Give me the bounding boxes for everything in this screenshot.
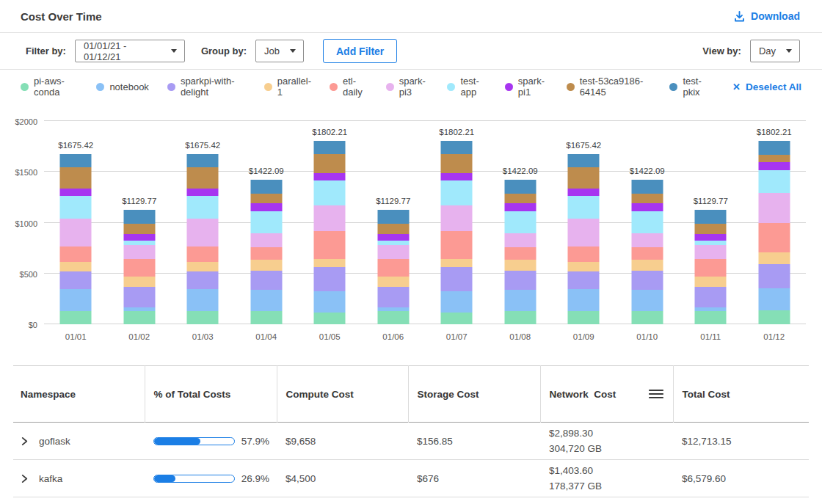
legend-item-etl-daily[interactable]: etl-daily <box>330 76 368 98</box>
bar-segment-spark-pi3[interactable] <box>441 205 473 232</box>
bar-segment-etl-daily[interactable] <box>377 259 409 277</box>
bar-segment-etl-daily[interactable] <box>123 259 155 277</box>
bar-segment-test-pkix[interactable] <box>631 180 663 194</box>
col-header-compute[interactable]: Compute Cost <box>277 366 408 423</box>
bar-segment-test-app[interactable] <box>60 196 92 219</box>
bar-segment-spark-pi1[interactable] <box>441 173 473 180</box>
bar-segment-sparkpi-with-delight[interactable] <box>695 287 727 307</box>
legend-item-test-app[interactable]: test-app <box>447 76 486 98</box>
bar-segment-sparkpi-with-delight[interactable] <box>631 271 663 290</box>
bar-segment-test-pkix[interactable] <box>568 154 600 167</box>
menu-icon[interactable] <box>648 388 664 400</box>
stacked-bar-01/11[interactable] <box>695 210 727 324</box>
bar-segment-etl-daily[interactable] <box>504 247 536 260</box>
deselect-all-button[interactable]: ✕ Deselect All <box>732 81 801 92</box>
bar-segment-test-app[interactable] <box>187 196 219 219</box>
bar-segment-pi-aws-conda[interactable] <box>187 311 219 324</box>
bar-segment-spark-pi1[interactable] <box>377 234 409 241</box>
bar-segment-sparkpi-with-delight[interactable] <box>123 287 155 307</box>
bar-segment-pi-aws-conda[interactable] <box>60 311 92 324</box>
bar-segment-test-pkix[interactable] <box>123 210 155 224</box>
bar-segment-spark-pi3[interactable] <box>187 219 219 246</box>
stacked-bar-01/09[interactable] <box>568 154 600 324</box>
bar-segment-parallel-1[interactable] <box>504 260 536 271</box>
stacked-bar-01/02[interactable] <box>123 210 155 324</box>
stacked-bar-01/04[interactable] <box>250 180 282 324</box>
bar-segment-parallel-1[interactable] <box>314 259 346 267</box>
legend-item-sparkpi-with-delight[interactable]: sparkpi-with-delight <box>167 76 246 98</box>
bar-segment-spark-pi1[interactable] <box>631 203 663 211</box>
legend-item-test-53ca9186-64145[interactable]: test-53ca9186-64145 <box>567 76 652 98</box>
bar-segment-spark-pi3[interactable] <box>377 245 409 259</box>
bar-segment-test-53ca9186-64145[interactable] <box>377 224 409 234</box>
bar-segment-sparkpi-with-delight[interactable] <box>314 267 346 291</box>
bar-segment-test-app[interactable] <box>504 211 536 233</box>
bar-segment-etl-daily[interactable] <box>441 231 473 259</box>
bar-segment-etl-daily[interactable] <box>695 259 727 277</box>
bar-segment-parallel-1[interactable] <box>187 262 219 272</box>
bar-segment-pi-aws-conda[interactable] <box>377 311 409 324</box>
bar-segment-spark-pi3[interactable] <box>60 219 92 246</box>
bar-segment-spark-pi3[interactable] <box>314 205 346 232</box>
bar-segment-spark-pi3[interactable] <box>631 233 663 247</box>
bar-segment-etl-daily[interactable] <box>568 246 600 261</box>
bar-segment-pi-aws-conda[interactable] <box>123 311 155 324</box>
bar-segment-test-pkix[interactable] <box>758 141 790 154</box>
bar-segment-etl-daily[interactable] <box>758 223 790 252</box>
bar-segment-notebook[interactable] <box>631 290 663 311</box>
bar-segment-test-53ca9186-64145[interactable] <box>568 167 600 189</box>
bar-segment-pi-aws-conda[interactable] <box>250 311 282 324</box>
bar-segment-spark-pi3[interactable] <box>758 193 790 222</box>
bar-segment-test-53ca9186-64145[interactable] <box>695 224 727 234</box>
bar-segment-spark-pi1[interactable] <box>123 234 155 241</box>
stacked-bar-01/07[interactable] <box>441 141 473 324</box>
legend-item-parallel-1[interactable]: parallel-1 <box>264 76 311 98</box>
stacked-bar-01/01[interactable] <box>60 154 92 324</box>
bar-segment-sparkpi-with-delight[interactable] <box>758 264 790 288</box>
legend-item-spark-pi3[interactable]: spark-pi3 <box>386 76 429 98</box>
bar-segment-spark-pi1[interactable] <box>758 162 790 170</box>
bar-segment-etl-daily[interactable] <box>187 246 219 261</box>
bar-segment-sparkpi-with-delight[interactable] <box>504 271 536 290</box>
bar-segment-notebook[interactable] <box>314 291 346 313</box>
bar-segment-pi-aws-conda[interactable] <box>568 311 600 324</box>
bar-segment-etl-daily[interactable] <box>631 247 663 260</box>
expand-row-kafka[interactable]: kafka <box>21 473 137 484</box>
stacked-bar-01/08[interactable] <box>504 180 536 324</box>
bar-segment-notebook[interactable] <box>568 289 600 311</box>
bar-segment-notebook[interactable] <box>504 290 536 311</box>
bar-segment-notebook[interactable] <box>250 290 282 311</box>
bar-segment-parallel-1[interactable] <box>123 277 155 288</box>
bar-segment-sparkpi-with-delight[interactable] <box>250 271 282 290</box>
stacked-bar-01/12[interactable] <box>758 141 790 324</box>
legend-item-notebook[interactable]: notebook <box>96 81 149 92</box>
bar-segment-test-53ca9186-64145[interactable] <box>60 167 92 189</box>
bar-segment-sparkpi-with-delight[interactable] <box>377 287 409 307</box>
bar-segment-test-app[interactable] <box>441 180 473 205</box>
bar-segment-parallel-1[interactable] <box>441 259 473 267</box>
bar-segment-spark-pi1[interactable] <box>60 189 92 196</box>
bar-segment-notebook[interactable] <box>758 288 790 310</box>
bar-segment-sparkpi-with-delight[interactable] <box>60 271 92 289</box>
view-by-select[interactable]: Day <box>750 40 800 62</box>
bar-segment-parallel-1[interactable] <box>631 260 663 271</box>
bar-segment-pi-aws-conda[interactable] <box>441 313 473 324</box>
bar-segment-sparkpi-with-delight[interactable] <box>568 271 600 289</box>
download-button[interactable]: Download <box>733 10 800 23</box>
bar-segment-notebook[interactable] <box>187 289 219 311</box>
bar-segment-test-53ca9186-64145[interactable] <box>631 194 663 203</box>
bar-segment-spark-pi3[interactable] <box>695 245 727 259</box>
bar-segment-test-53ca9186-64145[interactable] <box>504 194 536 203</box>
bar-segment-test-pkix[interactable] <box>314 141 346 153</box>
bar-segment-etl-daily[interactable] <box>250 247 282 260</box>
bar-segment-test-pkix[interactable] <box>60 154 92 167</box>
bar-segment-test-pkix[interactable] <box>695 210 727 224</box>
bar-segment-test-app[interactable] <box>250 211 282 233</box>
legend-item-pi-aws-conda[interactable]: pi-aws-conda <box>21 76 78 98</box>
bar-segment-test-app[interactable] <box>631 211 663 233</box>
bar-segment-test-app[interactable] <box>758 170 790 194</box>
bar-segment-pi-aws-conda[interactable] <box>504 311 536 324</box>
group-by-select[interactable]: Job <box>255 40 304 62</box>
bar-segment-test-app[interactable] <box>568 196 600 219</box>
bar-segment-test-53ca9186-64145[interactable] <box>758 155 790 163</box>
